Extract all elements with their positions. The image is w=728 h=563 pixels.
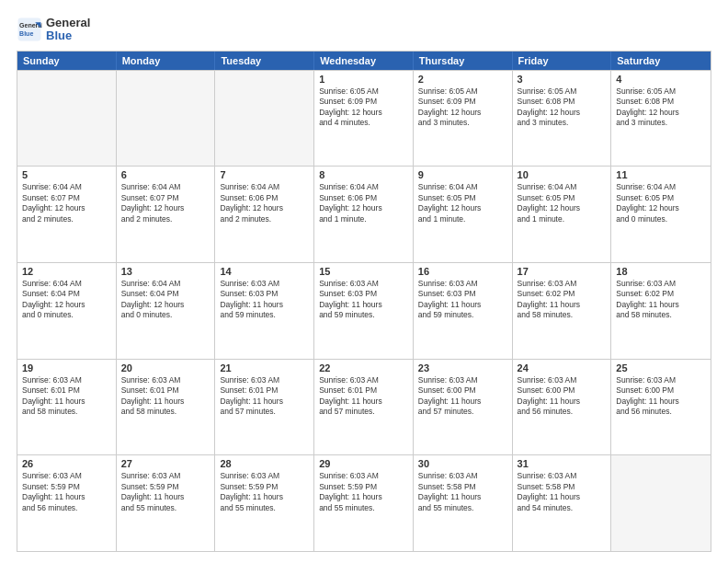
- day-info: Sunrise: 6:03 AM Sunset: 6:01 PM Dayligh…: [22, 375, 111, 418]
- day-info: Sunrise: 6:04 AM Sunset: 6:05 PM Dayligh…: [418, 182, 507, 224]
- day-cell-6: 6Sunrise: 6:04 AM Sunset: 6:07 PM Daylig…: [117, 167, 216, 262]
- day-number: 14: [220, 266, 309, 277]
- day-number: 26: [22, 458, 111, 469]
- day-info: Sunrise: 6:03 AM Sunset: 6:01 PM Dayligh…: [220, 375, 309, 418]
- day-info: Sunrise: 6:03 AM Sunset: 5:59 PM Dayligh…: [220, 471, 309, 513]
- day-number: 10: [518, 169, 607, 180]
- weekday-header-sunday: Sunday: [17, 52, 117, 70]
- day-info: Sunrise: 6:05 AM Sunset: 6:09 PM Dayligh…: [418, 86, 507, 129]
- day-info: Sunrise: 6:04 AM Sunset: 6:04 PM Dayligh…: [121, 279, 210, 321]
- day-cell-9: 9Sunrise: 6:04 AM Sunset: 6:05 PM Daylig…: [414, 167, 513, 262]
- day-cell-24: 24Sunrise: 6:03 AM Sunset: 6:00 PM Dayli…: [513, 360, 612, 455]
- day-info: Sunrise: 6:03 AM Sunset: 5:58 PM Dayligh…: [518, 471, 607, 513]
- day-cell-12: 12Sunrise: 6:04 AM Sunset: 6:04 PM Dayli…: [17, 263, 117, 359]
- day-number: 31: [518, 458, 607, 469]
- logo: General Blue General Blue: [17, 17, 90, 43]
- day-number: 22: [319, 362, 408, 373]
- day-cell-7: 7Sunrise: 6:04 AM Sunset: 6:06 PM Daylig…: [215, 167, 314, 262]
- day-info: Sunrise: 6:03 AM Sunset: 6:00 PM Dayligh…: [518, 375, 607, 418]
- day-cell-1: 1Sunrise: 6:05 AM Sunset: 6:09 PM Daylig…: [314, 71, 414, 167]
- day-info: Sunrise: 6:04 AM Sunset: 6:04 PM Dayligh…: [22, 279, 111, 321]
- day-cell-26: 26Sunrise: 6:03 AM Sunset: 5:59 PM Dayli…: [17, 455, 117, 551]
- day-info: Sunrise: 6:03 AM Sunset: 6:02 PM Dayligh…: [518, 279, 607, 321]
- day-cell-18: 18Sunrise: 6:03 AM Sunset: 6:02 PM Dayli…: [611, 263, 711, 359]
- day-cell-empty: [215, 71, 314, 167]
- svg-text:Blue: Blue: [19, 30, 33, 37]
- day-number: 23: [418, 362, 507, 373]
- day-cell-21: 21Sunrise: 6:03 AM Sunset: 6:01 PM Dayli…: [215, 360, 314, 455]
- day-number: 19: [22, 362, 111, 373]
- day-info: Sunrise: 6:03 AM Sunset: 6:02 PM Dayligh…: [616, 279, 706, 321]
- day-number: 7: [220, 169, 309, 180]
- day-info: Sunrise: 6:04 AM Sunset: 6:05 PM Dayligh…: [616, 182, 706, 224]
- day-cell-16: 16Sunrise: 6:03 AM Sunset: 6:03 PM Dayli…: [414, 263, 513, 359]
- day-number: 30: [418, 458, 507, 469]
- day-info: Sunrise: 6:03 AM Sunset: 6:00 PM Dayligh…: [418, 375, 507, 418]
- day-number: 8: [319, 169, 408, 180]
- day-cell-29: 29Sunrise: 6:03 AM Sunset: 5:59 PM Dayli…: [314, 455, 414, 551]
- calendar-body: 1Sunrise: 6:05 AM Sunset: 6:09 PM Daylig…: [17, 70, 711, 551]
- day-info: Sunrise: 6:03 AM Sunset: 6:03 PM Dayligh…: [319, 279, 408, 321]
- day-cell-31: 31Sunrise: 6:03 AM Sunset: 5:58 PM Dayli…: [513, 455, 612, 551]
- day-info: Sunrise: 6:03 AM Sunset: 5:59 PM Dayligh…: [319, 471, 408, 513]
- day-cell-empty: [17, 71, 117, 167]
- day-cell-10: 10Sunrise: 6:04 AM Sunset: 6:05 PM Dayli…: [513, 167, 612, 262]
- day-info: Sunrise: 6:03 AM Sunset: 6:00 PM Dayligh…: [616, 375, 706, 418]
- day-cell-13: 13Sunrise: 6:04 AM Sunset: 6:04 PM Dayli…: [117, 263, 216, 359]
- calendar: SundayMondayTuesdayWednesdayThursdayFrid…: [17, 51, 711, 552]
- day-cell-3: 3Sunrise: 6:05 AM Sunset: 6:08 PM Daylig…: [513, 71, 612, 167]
- day-number: 12: [22, 266, 111, 277]
- day-number: 21: [220, 362, 309, 373]
- day-cell-empty: [117, 71, 216, 167]
- day-number: 4: [616, 74, 706, 85]
- day-number: 18: [616, 266, 706, 277]
- calendar-row-5: 26Sunrise: 6:03 AM Sunset: 5:59 PM Dayli…: [17, 454, 711, 551]
- logo-text-line1: General: [46, 17, 90, 29]
- day-cell-23: 23Sunrise: 6:03 AM Sunset: 6:00 PM Dayli…: [414, 360, 513, 455]
- day-number: 9: [418, 169, 507, 180]
- day-info: Sunrise: 6:03 AM Sunset: 5:59 PM Dayligh…: [22, 471, 111, 513]
- logo-text-line2: Blue: [46, 29, 90, 42]
- day-number: 15: [319, 266, 408, 277]
- day-info: Sunrise: 6:04 AM Sunset: 6:05 PM Dayligh…: [518, 182, 607, 224]
- day-cell-5: 5Sunrise: 6:04 AM Sunset: 6:07 PM Daylig…: [17, 167, 117, 262]
- day-info: Sunrise: 6:04 AM Sunset: 6:07 PM Dayligh…: [121, 182, 210, 224]
- svg-rect-0: [18, 18, 41, 41]
- day-number: 29: [319, 458, 408, 469]
- calendar-header: SundayMondayTuesdayWednesdayThursdayFrid…: [17, 52, 711, 70]
- day-number: 6: [121, 169, 210, 180]
- day-info: Sunrise: 6:03 AM Sunset: 5:58 PM Dayligh…: [418, 471, 507, 513]
- day-info: Sunrise: 6:03 AM Sunset: 6:01 PM Dayligh…: [319, 375, 408, 418]
- day-cell-20: 20Sunrise: 6:03 AM Sunset: 6:01 PM Dayli…: [117, 360, 216, 455]
- day-number: 1: [319, 74, 408, 85]
- calendar-row-3: 12Sunrise: 6:04 AM Sunset: 6:04 PM Dayli…: [17, 262, 711, 359]
- weekday-header-monday: Monday: [117, 52, 216, 70]
- day-number: 24: [518, 362, 607, 373]
- day-cell-11: 11Sunrise: 6:04 AM Sunset: 6:05 PM Dayli…: [611, 167, 711, 262]
- day-number: 11: [616, 169, 706, 180]
- day-number: 28: [220, 458, 309, 469]
- day-cell-4: 4Sunrise: 6:05 AM Sunset: 6:08 PM Daylig…: [611, 71, 711, 167]
- day-number: 13: [121, 266, 210, 277]
- calendar-row-2: 5Sunrise: 6:04 AM Sunset: 6:07 PM Daylig…: [17, 166, 711, 262]
- day-info: Sunrise: 6:05 AM Sunset: 6:08 PM Dayligh…: [518, 86, 607, 129]
- logo-icon: General Blue: [17, 17, 42, 42]
- day-number: 20: [121, 362, 210, 373]
- day-number: 3: [518, 74, 607, 85]
- day-cell-27: 27Sunrise: 6:03 AM Sunset: 5:59 PM Dayli…: [117, 455, 216, 551]
- day-cell-28: 28Sunrise: 6:03 AM Sunset: 5:59 PM Dayli…: [215, 455, 314, 551]
- day-cell-30: 30Sunrise: 6:03 AM Sunset: 5:58 PM Dayli…: [414, 455, 513, 551]
- weekday-header-tuesday: Tuesday: [215, 52, 314, 70]
- day-info: Sunrise: 6:03 AM Sunset: 6:03 PM Dayligh…: [220, 279, 309, 321]
- day-info: Sunrise: 6:03 AM Sunset: 5:59 PM Dayligh…: [121, 471, 210, 513]
- calendar-row-1: 1Sunrise: 6:05 AM Sunset: 6:09 PM Daylig…: [17, 70, 711, 167]
- day-number: 25: [616, 362, 706, 373]
- day-number: 2: [418, 74, 507, 85]
- day-info: Sunrise: 6:05 AM Sunset: 6:09 PM Dayligh…: [319, 86, 408, 129]
- calendar-row-4: 19Sunrise: 6:03 AM Sunset: 6:01 PM Dayli…: [17, 359, 711, 455]
- day-cell-14: 14Sunrise: 6:03 AM Sunset: 6:03 PM Dayli…: [215, 263, 314, 359]
- day-cell-17: 17Sunrise: 6:03 AM Sunset: 6:02 PM Dayli…: [513, 263, 612, 359]
- day-cell-15: 15Sunrise: 6:03 AM Sunset: 6:03 PM Dayli…: [314, 263, 414, 359]
- day-cell-22: 22Sunrise: 6:03 AM Sunset: 6:01 PM Dayli…: [314, 360, 414, 455]
- day-cell-8: 8Sunrise: 6:04 AM Sunset: 6:06 PM Daylig…: [314, 167, 414, 262]
